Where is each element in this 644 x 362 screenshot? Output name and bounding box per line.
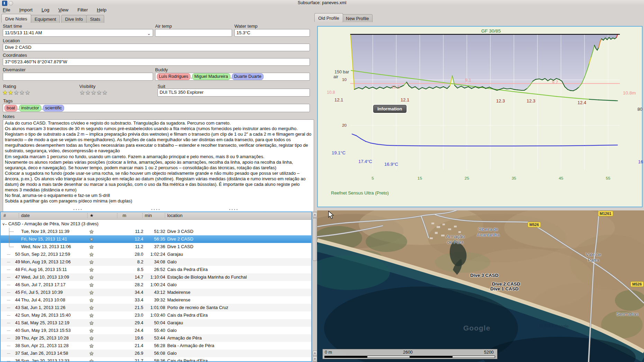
col-header-duration[interactable]: min [145, 213, 152, 218]
notes-textarea[interactable]: Aula do curso CASD. Transectos c/video e… [3, 119, 314, 212]
col-header-date[interactable]: date [21, 213, 30, 218]
buddy-input[interactable]: Luís Rodrigues,Miguel Madureira,Duarte D… [155, 73, 310, 81]
tab-equipment[interactable]: Equipment [31, 15, 60, 23]
col-header-location[interactable]: location [167, 213, 182, 218]
star-icon: ★ [19, 89, 25, 96]
dive-profile-chart[interactable]: 515253545551020 [317, 26, 643, 207]
dive-row[interactable]: 42Sun, May 26, 2013 15:40★★★★★23.01:03:4… [1, 311, 311, 319]
scale-label: 0 m [325, 350, 332, 355]
col-header-depth[interactable]: m [123, 213, 126, 218]
dive-row[interactable]: 47Wed, Jul 10, 2013 13:09★★★★★14.71:10:0… [1, 273, 311, 281]
dive-computer-label: Reefnet Sensus Ultra (Preto) [331, 190, 389, 196]
menu-file[interactable]: File [3, 7, 10, 12]
col-header-rating[interactable]: ★ [90, 213, 93, 218]
menu-import[interactable]: Import [19, 7, 33, 12]
star-icon: ★ [2, 89, 8, 96]
coordinates-input[interactable]: 37°05'23.460"N 8°20'47.879"W [3, 58, 310, 66]
information-button[interactable]: Information [373, 105, 406, 113]
title-bar[interactable]: Subsurface: paneves.xml [0, 0, 644, 6]
scroll-down-button[interactable]: ∨ [313, 356, 317, 362]
temp-label: 16 [638, 159, 643, 164]
gas-label: air [333, 74, 338, 79]
map-panel[interactable]: Armaçãode Pêra Ribeira deAlcantarilha Va… [317, 210, 644, 362]
tab-new-profile[interactable]: New Profile [342, 14, 373, 22]
tab-dive-info[interactable]: Dive Info [61, 15, 87, 23]
star-icon: ★ [8, 89, 14, 96]
dive-row[interactable]: Tue, Nov 19, 2013 11:39★★★★★11.251:32Div… [1, 228, 311, 235]
scroll-up-button[interactable]: ∧ [313, 212, 317, 218]
dive-row[interactable]: 41Sat, May 25, 2013 12:19★★★★★29.450:04G… [1, 319, 311, 327]
depth-label: 12.1 [401, 97, 409, 102]
divemaster-input[interactable] [3, 73, 153, 81]
dive-site-label: Dive 2 CASD [492, 281, 520, 287]
visibility-stars[interactable]: ★★★★★ [80, 89, 108, 96]
location-input[interactable]: Dive 2 CASD [3, 44, 310, 51]
chevron-down-icon[interactable]: ⌄ [147, 30, 151, 37]
gf-label: GF 30/85 [481, 28, 501, 34]
splitter-handle[interactable] [73, 209, 82, 210]
star-icon: ★ [89, 251, 94, 258]
dive-row-selected[interactable]: Fri, Nov 15, 2013 11:41★★★★★12.456:35Div… [1, 235, 311, 243]
menu-help[interactable]: Help [97, 7, 107, 12]
dive-row[interactable]: 48Fri, Aug 16, 2013 15:11★★★★★8.526:52Ca… [1, 266, 311, 273]
star-icon: ★ [89, 311, 94, 319]
col-header-number[interactable]: # [3, 213, 6, 218]
road-shield: M1261 [598, 211, 613, 216]
star-icon: ★ [97, 89, 102, 96]
mouse-cursor [328, 211, 336, 220]
svg-text:10: 10 [342, 77, 347, 82]
tag-pill[interactable]: Miguel Madureira [192, 73, 230, 80]
road-shield: M526 [630, 281, 644, 287]
star-icon: ★ [89, 243, 94, 251]
rating-stars[interactable]: ★★★★★ [2, 89, 30, 96]
star-icon: ★ [89, 304, 94, 311]
start-time-combo[interactable]: 11/15/13 11:41 AM ⌄ [3, 29, 153, 37]
dive-list-header[interactable]: # date ★ m min location [1, 212, 311, 220]
suit-input[interactable]: DUI TLS 350 Explorer [158, 89, 310, 97]
splitter-handle[interactable] [151, 209, 160, 210]
water-temp-label: Water temp [234, 24, 258, 29]
tag-pill[interactable]: boat [5, 105, 17, 111]
menu-view[interactable]: View [59, 7, 69, 12]
dive-row[interactable]: 49Mon, Aug 19, 2013 12:06★★★★★8.234:08Ga… [1, 258, 311, 266]
scroll-up-button[interactable]: ∧ [313, 351, 317, 356]
dive-row[interactable]: Wed, Nov 13, 2013 11:06★★★★★11.237:36Div… [1, 243, 311, 251]
scrollbar-thumb[interactable] [313, 218, 317, 261]
dive-row[interactable]: 43Sat, Jun 1, 2013 11:26★★★★★21.51:01:08… [1, 304, 311, 311]
star-icon: ★ [89, 327, 94, 334]
dive-row[interactable]: 46Sun, Jul 7, 2013 17:17★★★★★28.21:00:24… [1, 281, 311, 289]
dive-row[interactable]: 38Sun, Apr 21, 2013 11:28★★★★★21.456:28B… [1, 342, 311, 350]
dive-list[interactable]: # date ★ m min location ∨– CASD - Armaçã… [0, 211, 312, 362]
dive-list-scrollbar[interactable]: ∧ ∧ ∨ [312, 211, 317, 362]
tag-pill[interactable]: Luís Rodrigues [157, 73, 190, 80]
splitter-handle[interactable] [229, 209, 238, 210]
tag-pill[interactable]: scientific [43, 105, 64, 111]
tags-input[interactable]: boat,instructor,scientific [3, 104, 310, 112]
dive-row[interactable]: 50Sun, Sep 22, 2013 12:59★★★★★28.01:02:2… [1, 251, 311, 258]
tab-old-profile[interactable]: Old Profile [314, 13, 343, 22]
air-temp-input[interactable] [155, 29, 232, 37]
start-time-label: Start time [3, 24, 22, 29]
star-icon: ★ [89, 334, 94, 342]
water-temp-input[interactable]: 15.3°C [234, 29, 310, 37]
svg-text:35: 35 [512, 176, 517, 181]
tab-dive-notes[interactable]: Dive Notes [1, 14, 31, 22]
collapse-arrow-icon[interactable]: ∨– [2, 220, 7, 228]
menu-filter[interactable]: Filter [78, 7, 88, 12]
dive-row[interactable]: 37Sat, Jan 26, 2013 14:58★★★★★26.956:08G… [1, 350, 311, 357]
dive-row[interactable]: 36Sun, Jan 20, 2013 12:33★★★★★21.758:36C… [1, 357, 311, 362]
svg-text:25: 25 [465, 176, 469, 181]
dive-row[interactable]: 45Fri, Jul 5, 2013 10:39★★★★★34.443:12Ma… [1, 289, 311, 296]
star-icon: ★ [89, 258, 94, 266]
map-river-label: Ribeira deAlcantarilha [472, 227, 504, 238]
dive-row[interactable]: 44Thu, Jul 4, 2013 10:08★★★★★33.439:32Ma… [1, 296, 311, 304]
tag-pill[interactable]: Duarte Duarte [232, 73, 263, 80]
dive-row[interactable]: 39Thu, Apr 25, 2013 10:28★★★★★19.653:44A… [1, 334, 311, 342]
dive-row[interactable]: 40Sun, May 19, 2013 15:53★★★★★24.455:40G… [1, 327, 311, 334]
tab-stats[interactable]: Stats [86, 15, 104, 23]
dive-group-row[interactable]: ∨– CASD - Armação de Pêra, Nov 2013 (3 d… [1, 220, 311, 228]
tree-branch-icon [9, 235, 14, 243]
scale-label: 5200 [484, 350, 494, 355]
menu-log[interactable]: Log [42, 7, 50, 12]
tag-pill[interactable]: instructor [19, 105, 41, 111]
